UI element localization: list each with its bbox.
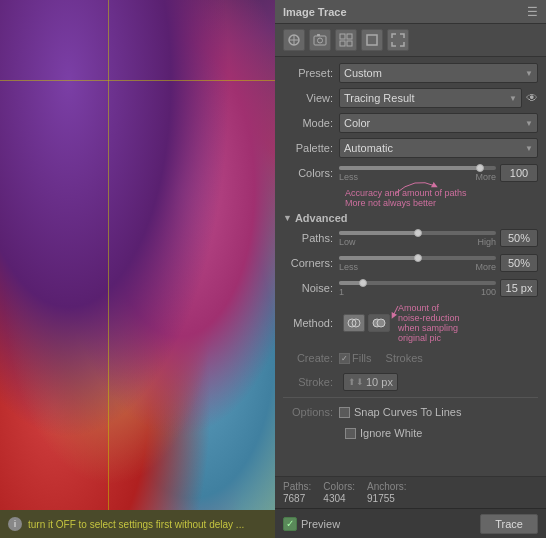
panel-header: Image Trace ☰ [275,0,546,24]
corners-slider-thumb[interactable] [414,254,422,262]
abutting-method-icon[interactable] [343,314,365,332]
paths-low-label: Low [339,237,356,247]
photo-icon[interactable] [309,29,331,51]
options-divider [283,397,538,398]
fills-checkbox[interactable]: ✓ [339,353,350,364]
paths-stat: Paths: 7687 [283,481,311,504]
paths-value[interactable]: 50% [500,229,538,247]
corners-slider-track[interactable] [339,256,496,260]
preset-row: Preset: Custom ▼ [283,63,538,83]
image-background [0,0,275,538]
svg-rect-4 [340,34,345,39]
trace-button[interactable]: Trace [480,514,538,534]
corners-less-label: Less [339,262,358,272]
svg-point-2 [318,38,323,43]
method-row: Method: Amount of noise-reduction when s… [283,303,538,343]
annotation-text-2b: noise-reduction [398,313,460,323]
svg-rect-5 [347,34,352,39]
colors-slider-thumb[interactable] [476,164,484,172]
create-row: Create: ✓ Fills Strokes [283,348,538,368]
status-text: turn it OFF to select settings first wit… [28,519,244,530]
mode-label: Mode: [283,117,339,129]
palette-dropdown[interactable]: Automatic ▼ [339,138,538,158]
colors-annotation: Accuracy and amount of paths More not al… [283,188,538,208]
mode-row: Mode: Color ▼ [283,113,538,133]
stats-row: Paths: 7687 Colors: 4304 Anchors: 91755 [275,476,546,508]
fills-label: Fills [352,352,372,364]
overlapping-method-icon[interactable] [368,314,390,332]
preset-label: Preset: [283,67,339,79]
noise-min-label: 1 [339,287,344,297]
stroke-up-down-icon: ⬆⬇ [348,377,364,387]
colors-stat-value: 4304 [323,493,355,504]
mode-dropdown-arrow: ▼ [525,119,533,128]
svg-rect-3 [317,34,320,36]
colors-less-label: Less [339,172,358,182]
paths-high-label: High [477,237,496,247]
paths-slider-labels: Low High [339,237,496,247]
square-outline-icon[interactable] [361,29,383,51]
annotation-text-1a: Accuracy and amount of paths [345,188,467,198]
colors-slider-track[interactable] [339,166,496,170]
annotation-text-2d: original pic [398,333,460,343]
svg-rect-7 [347,41,352,46]
paths-slider-thumb[interactable] [414,229,422,237]
ignore-white-checkbox[interactable] [345,428,356,439]
colors-label: Colors: [283,167,339,179]
colors-slider-container: Less More [339,164,496,182]
visibility-icon[interactable]: 👁 [526,91,538,105]
corners-row: Corners: Less More 50% [283,253,538,273]
panel-menu-icon[interactable]: ☰ [527,5,538,19]
noise-slider-labels: 1 100 [339,287,496,297]
noise-slider-container: 1 100 [339,279,496,297]
annotation-text-2c: when sampling [398,323,460,333]
paths-slider-track[interactable] [339,231,496,235]
colors-slider-labels: Less More [339,172,496,182]
corners-label: Corners: [283,257,339,269]
noise-slider-thumb[interactable] [359,279,367,287]
noise-row: Noise: 1 100 15 px [283,278,538,298]
auto-color-icon[interactable] [283,29,305,51]
advanced-collapse-arrow[interactable]: ▼ [283,213,292,223]
options-label: Options: [283,406,339,418]
advanced-label: Advanced [295,212,348,224]
corners-value[interactable]: 50% [500,254,538,272]
anchors-stat-value: 91755 [367,493,406,504]
colors-row: Colors: Less More 100 [283,163,538,183]
noise-max-label: 100 [481,287,496,297]
stroke-value-box[interactable]: ⬆⬇ 10 px [343,373,398,391]
ignore-white-label: Ignore White [360,427,422,439]
noise-label: Noise: [283,282,339,294]
method-label: Method: [283,317,339,329]
mode-dropdown[interactable]: Color ▼ [339,113,538,133]
preset-dropdown[interactable]: Custom ▼ [339,63,538,83]
snap-checkbox[interactable] [339,407,350,418]
view-row: View: Tracing Result ▼ 👁 [283,88,538,108]
expand-corners-icon[interactable] [387,29,409,51]
noise-slider-track[interactable] [339,281,496,285]
preview-label: Preview [301,518,340,530]
annotation-text-2a: Amount of [398,303,460,313]
svg-rect-1 [314,36,326,45]
snap-label: Snap Curves To Lines [354,406,461,418]
noise-value[interactable]: 15 px [500,279,538,297]
corners-slider-labels: Less More [339,262,496,272]
options-row: Options: Snap Curves To Lines [283,402,538,422]
corners-more-label: More [475,262,496,272]
corners-slider-fill [339,256,418,260]
view-dropdown[interactable]: Tracing Result ▼ [339,88,522,108]
svg-rect-6 [340,41,345,46]
svg-point-12 [377,319,385,327]
paths-label: Paths: [283,232,339,244]
colors-value[interactable]: 100 [500,164,538,182]
corners-slider-container: Less More [339,254,496,272]
svg-rect-8 [367,35,377,45]
annotation-text-1b: More not always better [345,198,467,208]
view-label: View: [283,92,339,104]
preview-checkbox[interactable]: ✓ [283,517,297,531]
colors-more-label: More [475,172,496,182]
paths-row: Paths: Low High 50% [283,228,538,248]
stroke-row: Stroke: ⬆⬇ 10 px [283,372,538,392]
grid-view-icon[interactable] [335,29,357,51]
colors-stat-label: Colors: [323,481,355,492]
